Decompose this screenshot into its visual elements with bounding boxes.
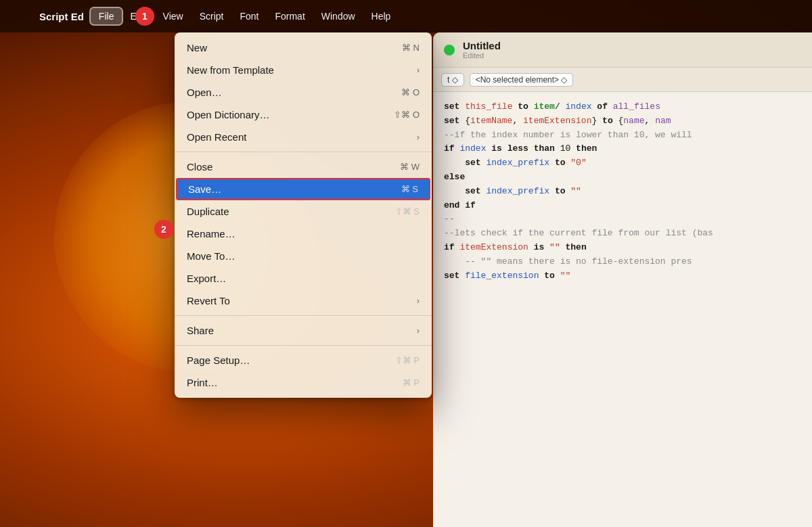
menu-item-save[interactable]: Save… ⌘ S [176, 178, 430, 200]
window-titlebar: Untitled Edited [433, 32, 812, 68]
menu-item-rename[interactable]: Rename… [175, 223, 432, 245]
menu-item-export-label: Export… [187, 273, 226, 284]
menubar-item-view[interactable]: View [155, 8, 191, 24]
menu-item-print-shortcut: ⌘ P [403, 377, 420, 388]
menu-item-page-setup[interactable]: Page Setup… ⇧⌘ P [175, 349, 432, 371]
menu-item-print-label: Print… [187, 377, 218, 388]
code-line-5: set index_prefix to "0" [444, 156, 801, 170]
code-line-10: --lets check if the current file from ou… [444, 227, 801, 241]
script-toolbar: t ◇ <No selected element> ◇ [433, 68, 812, 92]
menu-item-open[interactable]: Open… ⌘ O [175, 81, 432, 104]
menu-item-move-to-label: Move To… [187, 250, 235, 262]
code-line-2: set {itemName, itemExtension} to {name, … [444, 114, 801, 129]
menu-item-revert-label: Revert To [187, 295, 230, 306]
menu-item-move-to[interactable]: Move To… [175, 245, 432, 267]
menu-item-new-label: New [187, 42, 207, 53]
window-title: Untitled [463, 40, 501, 51]
submenu-arrow-revert: › [417, 296, 420, 306]
code-line-7: set index_prefix to "" [444, 185, 801, 199]
menu-item-open-dict-shortcut: ⇧⌘ O [394, 110, 420, 120]
code-line-4: if index is less than 10 then [444, 142, 801, 156]
code-line-13: set file_extension to "" [444, 269, 801, 283]
toolbar-dropdown-selection-label: <No selected element> ◇ [476, 75, 568, 85]
window-subtitle: Edited [463, 51, 501, 60]
code-line-12: -- "" means there is no file-extension p… [444, 255, 801, 269]
menu-item-share-label: Share [187, 325, 214, 336]
code-line-8: end if [444, 199, 801, 213]
menu-item-page-setup-shortcut: ⇧⌘ P [395, 355, 420, 365]
menu-item-duplicate-shortcut: ⇧⌘ S [395, 206, 420, 216]
menu-separator-1 [175, 152, 432, 152]
menu-item-revert[interactable]: Revert To › [175, 290, 432, 312]
menu-item-new-template-label: New from Template [187, 64, 274, 76]
menubar-item-script[interactable]: Script [191, 8, 232, 24]
menu-item-close-shortcut: ⌘ W [400, 162, 420, 172]
menu-item-save-shortcut: ⌘ S [401, 184, 418, 194]
menu-item-print[interactable]: Print… ⌘ P [175, 371, 432, 394]
menubar-item-font[interactable]: Font [231, 8, 267, 24]
step-badge-2: 2 [154, 220, 173, 239]
code-line-11: if itemExtension is "" then [444, 241, 801, 255]
script-content: set this_file to item/ index of all_file… [433, 92, 812, 291]
menu-item-close[interactable]: Close ⌘ W [175, 156, 432, 178]
menu-item-duplicate-label: Duplicate [187, 206, 229, 217]
menubar-item-format[interactable]: Format [267, 8, 313, 24]
menu-item-close-label: Close [187, 161, 212, 173]
menu-item-new-shortcut: ⌘ N [402, 43, 420, 53]
code-line-6: else [444, 170, 801, 185]
menubar-item-window[interactable]: Window [313, 8, 363, 24]
window-title-area: Untitled Edited [463, 40, 501, 60]
menu-item-share[interactable]: Share › [175, 319, 432, 342]
menu-item-new-template[interactable]: New from Template › [175, 59, 432, 81]
submenu-arrow-open-recent: › [417, 132, 420, 142]
menu-item-new[interactable]: New ⌘ N [175, 37, 432, 59]
code-line-9: -- [444, 212, 801, 227]
menubar-item-help[interactable]: Help [363, 8, 399, 24]
menu-item-export[interactable]: Export… [175, 267, 432, 290]
script-editor-window: Untitled Edited t ◇ <No selected element… [433, 32, 812, 527]
submenu-arrow-share: › [417, 325, 420, 336]
menu-item-open-shortcut: ⌘ O [401, 87, 420, 97]
menubar: Script Ed File Edit View Script Font For… [0, 0, 812, 32]
traffic-light-green[interactable] [444, 45, 455, 55]
app-name[interactable]: Script Ed [32, 11, 91, 22]
toolbar-dropdown-element-label: t ◇ [447, 75, 458, 85]
toolbar-dropdown-element[interactable]: t ◇ [441, 73, 464, 87]
menu-item-open-dict[interactable]: Open Dictionary… ⇧⌘ O [175, 104, 432, 126]
menu-item-open-dict-label: Open Dictionary… [187, 109, 270, 120]
menu-item-open-recent[interactable]: Open Recent › [175, 126, 432, 148]
code-line-3: --if the index number is lower than 10, … [444, 129, 801, 143]
menu-item-rename-label: Rename… [187, 228, 235, 239]
submenu-arrow-new-template: › [417, 65, 420, 75]
menu-separator-2 [175, 315, 432, 316]
file-dropdown-menu: New ⌘ N New from Template › Open… ⌘ O Op… [175, 32, 432, 398]
menu-separator-3 [175, 345, 432, 346]
menubar-item-file[interactable]: File [91, 8, 122, 24]
code-line-1: set this_file to item/ index of all_file… [444, 100, 801, 114]
menu-item-open-recent-label: Open Recent [187, 131, 246, 143]
toolbar-dropdown-selection[interactable]: <No selected element> ◇ [470, 73, 574, 87]
menu-item-save-label: Save… [188, 183, 221, 195]
menu-item-page-setup-label: Page Setup… [187, 354, 250, 366]
step-badge-1: 1 [135, 7, 154, 26]
menu-item-open-label: Open… [187, 87, 222, 98]
menu-item-duplicate[interactable]: Duplicate ⇧⌘ S [175, 200, 432, 223]
